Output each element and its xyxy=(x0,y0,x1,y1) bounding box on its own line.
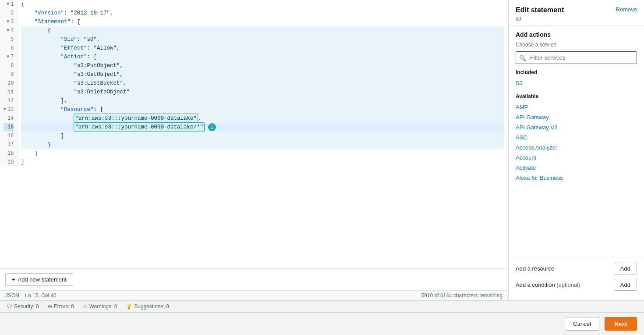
security-icon: 🛡 xyxy=(7,303,12,310)
service-item-api-gateway-v2[interactable]: API Gateway V2 xyxy=(516,122,637,132)
right-panel-header: Edit statement Remove s0 xyxy=(509,0,644,26)
code-line-1: { xyxy=(21,0,504,9)
suggestions-status: 💡 Suggestions: 0 xyxy=(126,303,169,310)
add-resource-button[interactable]: Add xyxy=(614,263,637,274)
search-icon: 🔍 xyxy=(519,54,526,61)
plus-icon: + xyxy=(12,276,15,283)
service-item-api-gateway[interactable]: API Gateway xyxy=(516,112,637,122)
line-numbers: ▼1 2 ▼3 ▼4 5 6 ▼7 8 9 10 xyxy=(0,0,18,167)
line-num-4: ▼4 xyxy=(4,26,14,35)
fold-arrow-1[interactable]: ▼ xyxy=(7,0,9,9)
right-panel-content: Add actions Choose a service 🔍 Included … xyxy=(509,26,644,257)
edit-statement-title: Edit statement xyxy=(516,6,564,14)
code-line-4: { xyxy=(21,26,504,35)
code-content: { "Version": "2012-10-17", "Statement": … xyxy=(18,0,508,167)
cursor-position: JSON Ln 15, Col 40 xyxy=(5,292,57,299)
add-statement-label: Add new statement xyxy=(18,276,67,283)
remove-button[interactable]: Remove xyxy=(616,6,637,13)
add-resource-label: Add a resource xyxy=(516,265,554,272)
bottom-bar: Cancel Next xyxy=(0,312,644,335)
code-line-13: "Resource": [ xyxy=(21,105,504,114)
fold-arrow-13[interactable]: ▼ xyxy=(4,105,6,114)
line-num-8: 8 xyxy=(4,61,14,70)
code-line-6: "Effect": "Allow", xyxy=(21,44,504,53)
filter-input-container: 🔍 xyxy=(516,51,637,64)
code-line-18: ] xyxy=(21,149,504,158)
code-line-2: "Version": "2012-10-17", xyxy=(21,9,504,18)
filter-services-input[interactable] xyxy=(516,51,637,64)
cancel-button[interactable]: Cancel xyxy=(565,317,599,331)
choose-service-label: Choose a service xyxy=(516,42,637,48)
right-panel-title-row: Edit statement Remove xyxy=(516,6,637,14)
available-label: Available xyxy=(516,93,637,100)
add-condition-label: Add a condition (optional) xyxy=(516,282,580,288)
service-item-account[interactable]: Account xyxy=(516,153,637,163)
line-num-7: ▼7 xyxy=(4,53,14,61)
errors-icon: ⊗ xyxy=(48,303,52,310)
line-num-6: 6 xyxy=(4,44,14,53)
code-line-19: } xyxy=(21,158,504,167)
errors-label: Errors: 0 xyxy=(54,303,74,310)
services-list: Included S3 Available AMP API Gateway AP… xyxy=(516,69,637,183)
code-editor[interactable]: ▼1 2 ▼3 ▼4 5 6 ▼7 8 9 10 xyxy=(0,0,508,268)
suggestions-label: Suggestions: 0 xyxy=(134,303,169,310)
included-label: Included xyxy=(516,69,637,75)
add-statement-button[interactable]: + Add new statement xyxy=(5,273,73,286)
code-line-3: "Statement": [ xyxy=(21,18,504,26)
fold-arrow-4[interactable]: ▼ xyxy=(7,26,9,35)
security-label: Security: 0 xyxy=(14,303,39,310)
line-num-2: 2 xyxy=(4,9,14,18)
security-status: 🛡 Security: 0 xyxy=(7,303,39,310)
add-statement-area: + Add new statement xyxy=(0,268,508,290)
service-item-amp[interactable]: AMP xyxy=(516,102,637,112)
line-num-9: 9 xyxy=(4,70,14,79)
editor-footer: JSON Ln 15, Col 40 5910 of 6144 characte… xyxy=(0,290,508,300)
suggestions-icon: 💡 xyxy=(126,303,132,310)
fold-arrow-7[interactable]: ▼ xyxy=(7,53,9,61)
right-panel: Edit statement Remove s0 Add actions Cho… xyxy=(508,0,644,300)
statement-id: s0 xyxy=(516,16,637,22)
service-item-activate[interactable]: Activate xyxy=(516,163,637,173)
next-button[interactable]: Next xyxy=(605,317,637,331)
right-panel-actions: Add a resource Add Add a condition (opti… xyxy=(509,257,644,300)
service-item-s3[interactable]: S3 xyxy=(516,78,637,88)
errors-status: ⊗ Errors: 0 xyxy=(48,303,74,310)
line-num-10: 10 xyxy=(4,79,14,88)
status-bar: 🛡 Security: 0 ⊗ Errors: 0 ⚠ Warnings: 0 … xyxy=(0,300,644,312)
code-line-17: } xyxy=(21,140,504,149)
code-line-8: "s3:PutObject", xyxy=(21,61,504,70)
line-num-5: 5 xyxy=(4,35,14,44)
line-num-18: 18 xyxy=(4,149,14,158)
warnings-icon: ⚠ xyxy=(83,303,88,310)
service-item-access-analyzer[interactable]: Access Analyzer xyxy=(516,143,637,153)
code-line-11: "s3:DeleteObject" xyxy=(21,88,504,96)
line-num-11: 11 xyxy=(4,88,14,96)
add-condition-button[interactable]: Add xyxy=(614,279,637,291)
line-num-19: 19 xyxy=(4,158,14,167)
service-item-asc[interactable]: ASC xyxy=(516,132,637,143)
add-condition-row: Add a condition (optional) Add xyxy=(516,279,637,291)
line-num-1: ▼1 xyxy=(4,0,14,9)
main-area: ▼1 2 ▼3 ▼4 5 6 ▼7 8 9 10 xyxy=(0,0,644,300)
add-actions-title: Add actions xyxy=(516,31,637,38)
line-num-17: 17 xyxy=(4,140,14,149)
chars-remaining: 5910 of 6144 characters remaining xyxy=(421,292,502,299)
service-item-alexa[interactable]: Alexa for Business xyxy=(516,173,637,183)
editor-panel: ▼1 2 ▼3 ▼4 5 6 ▼7 8 9 10 xyxy=(0,0,508,300)
warnings-status: ⚠ Warnings: 0 xyxy=(83,303,117,310)
line-num-14: 14 xyxy=(4,114,14,123)
line-num-16: 16 xyxy=(4,132,14,140)
warnings-label: Warnings: 0 xyxy=(89,303,117,310)
code-line-16: ] xyxy=(21,132,504,140)
code-line-12: ], xyxy=(21,96,504,105)
code-line-10: "s3:ListBucket", xyxy=(21,79,504,88)
code-line-15: "arn:aws:s3:::yourname-0000-datalake/*"1 xyxy=(21,123,504,132)
code-lines: ▼1 2 ▼3 ▼4 5 6 ▼7 8 9 10 xyxy=(0,0,508,167)
line-num-15: 15 xyxy=(4,123,14,132)
line-num-12: 12 xyxy=(4,96,14,105)
code-line-5: "Sid": "s0", xyxy=(21,35,504,44)
code-line-14: "arn:aws:s3:::yourname-0000-datalake", xyxy=(21,114,504,123)
code-line-7: "Action": [ xyxy=(21,53,504,61)
code-line-9: "s3:GetObject", xyxy=(21,70,504,79)
fold-arrow-3[interactable]: ▼ xyxy=(7,18,9,26)
